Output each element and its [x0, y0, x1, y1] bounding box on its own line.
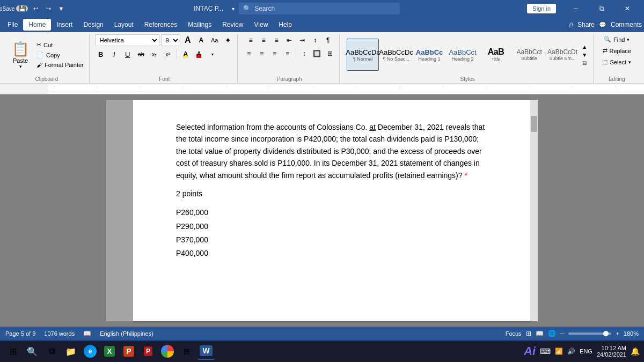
paste-dropdown[interactable]: ▾ [19, 64, 22, 69]
italic-button[interactable]: I [108, 48, 120, 60]
styles-scroll[interactable]: ▲ ▼ ⊟ [581, 44, 588, 66]
multilevel-button[interactable]: ≡ [270, 34, 282, 46]
style-heading2[interactable]: AaBbCct Heading 2 [447, 39, 479, 71]
select-dropdown[interactable]: ▾ [628, 60, 631, 65]
format-painter-button[interactable]: 🖌 Format Painter [34, 61, 86, 69]
menu-file[interactable]: File [2, 19, 23, 31]
subscript-button[interactable]: x₂ [149, 48, 160, 60]
style-title[interactable]: AaB Title [480, 39, 512, 71]
restore-button[interactable]: ⧉ [589, 0, 614, 17]
scrollbar-thumb[interactable] [531, 116, 537, 132]
numbering-button[interactable]: ≡ [258, 34, 269, 46]
autosave-toggle[interactable]: AutoSave Off [4, 3, 15, 14]
find-button[interactable]: 🔍 Find ▾ [601, 34, 633, 45]
borders-button[interactable]: ⊞ [324, 48, 336, 60]
apps-button[interactable]: ⊞ [178, 343, 195, 360]
align-right-button[interactable]: ≡ [269, 48, 281, 60]
word-active-button[interactable]: W [197, 343, 215, 360]
title-dropdown-icon[interactable]: ▾ [232, 6, 235, 12]
style-subtitle[interactable]: AaBbCct Subtitle [513, 39, 545, 71]
menu-references[interactable]: References [139, 19, 182, 31]
file-explorer-button[interactable]: 📁 [62, 343, 79, 360]
aa-button[interactable]: Aa [209, 34, 221, 46]
styles-scroll-up[interactable]: ▲ [582, 44, 587, 50]
font-color-dropdown[interactable]: ▾ [207, 48, 218, 60]
search-button[interactable]: 🔍 [24, 343, 41, 360]
menu-design[interactable]: Design [78, 19, 108, 31]
zoom-level[interactable]: 180% [624, 330, 639, 337]
sort-button[interactable]: ↕ [309, 34, 321, 46]
language[interactable]: English (Philippines) [100, 330, 153, 337]
zoom-plus[interactable]: + [616, 330, 619, 337]
task-view-button[interactable]: ⧉ [43, 343, 60, 360]
grow-font-button[interactable]: A [182, 34, 194, 46]
shrink-font-button[interactable]: A [195, 34, 207, 46]
option-2[interactable]: P290,000 [176, 220, 487, 233]
sign-in-button[interactable]: Sign in [527, 4, 556, 13]
view-read-icon[interactable]: 📖 [536, 330, 544, 337]
menu-help[interactable]: Help [273, 19, 297, 31]
document-page[interactable]: Selected information from the accounts o… [133, 100, 530, 321]
find-dropdown[interactable]: ▾ [627, 37, 630, 42]
style-heading1[interactable]: AaBbCc Heading 1 [413, 39, 445, 71]
increase-indent-button[interactable]: ⇥ [296, 34, 308, 46]
menu-review[interactable]: Review [217, 19, 248, 31]
highlight-button[interactable]: A [180, 48, 192, 60]
start-button[interactable]: ⊞ [4, 343, 21, 360]
share-button[interactable]: Share [577, 21, 595, 28]
line-spacing-button[interactable]: ↕ [298, 48, 310, 60]
copy-button[interactable]: 📄 Copy [34, 50, 86, 60]
align-left-button[interactable]: ≡ [243, 48, 255, 60]
style-normal[interactable]: AaBbCcDc ¶ Normal [347, 39, 379, 71]
justify-button[interactable]: ≡ [282, 48, 294, 60]
customize-qat-icon[interactable]: ▼ [56, 3, 67, 14]
keyboard-icon[interactable]: ⌨ [540, 347, 551, 356]
show-formatting-button[interactable]: ¶ [322, 34, 334, 46]
menu-insert[interactable]: Insert [51, 19, 78, 31]
ppt-button[interactable]: P [120, 343, 137, 360]
select-button[interactable]: ⬚ Select ▾ [599, 57, 634, 67]
undo-icon[interactable]: ↩ [30, 3, 41, 14]
menu-mailings[interactable]: Mailings [182, 19, 217, 31]
language-indicator[interactable]: ENG [580, 348, 592, 354]
menu-home[interactable]: Home [23, 19, 51, 31]
vertical-scrollbar[interactable] [530, 100, 538, 321]
edge-button[interactable]: e [82, 343, 99, 360]
menu-layout[interactable]: Layout [109, 19, 139, 31]
styles-scroll-down[interactable]: ▼ [582, 52, 587, 58]
zoom-thumb[interactable] [603, 331, 609, 336]
option-4[interactable]: P400,000 [176, 247, 487, 260]
speaker-icon[interactable]: 🔊 [567, 348, 575, 355]
option-3[interactable]: P370,000 [176, 233, 487, 247]
font-family-select[interactable]: Helvetica [95, 34, 159, 46]
styles-expand[interactable]: ⊟ [582, 60, 587, 66]
excel-button[interactable]: X [101, 343, 118, 360]
strikethrough-button[interactable]: ab [135, 48, 147, 60]
menu-view[interactable]: View [249, 19, 274, 31]
bold-button[interactable]: B [95, 48, 107, 60]
close-button[interactable]: ✕ [615, 0, 640, 17]
style-subtle-em[interactable]: AaBbCcDt Subtle Em... [546, 39, 579, 71]
style-no-spacing[interactable]: AaBbCcDc ¶ No Spac... [380, 39, 412, 71]
focus-label[interactable]: Focus [506, 330, 522, 337]
zoom-slider[interactable] [568, 333, 611, 335]
comments-button[interactable]: Comments [611, 21, 642, 28]
redo-icon[interactable]: ↪ [43, 3, 54, 14]
shading-button[interactable]: 🔲 [311, 48, 323, 60]
option-1[interactable]: P260,000 [176, 206, 487, 219]
font-color-button[interactable]: A [193, 48, 205, 60]
underline-button[interactable]: U [122, 48, 134, 60]
ai-label[interactable]: Ai [524, 344, 536, 358]
font-size-select[interactable]: 9 [161, 34, 180, 46]
view-web-icon[interactable]: 🌐 [548, 330, 556, 337]
paste-button[interactable]: 📋 Paste ▾ [8, 39, 33, 71]
clear-format-button[interactable]: ✦ [222, 34, 234, 46]
pdf-button[interactable]: P [140, 343, 157, 360]
save-icon[interactable]: 💾 [17, 3, 28, 14]
chrome-button[interactable] [159, 343, 176, 360]
search-box[interactable]: 🔍 Search [239, 3, 400, 14]
decrease-indent-button[interactable]: ⇤ [283, 34, 295, 46]
bullets-button[interactable]: ≡ [245, 34, 257, 46]
minimize-button[interactable]: ─ [564, 0, 588, 17]
cut-button[interactable]: ✂ Cut [34, 40, 86, 49]
